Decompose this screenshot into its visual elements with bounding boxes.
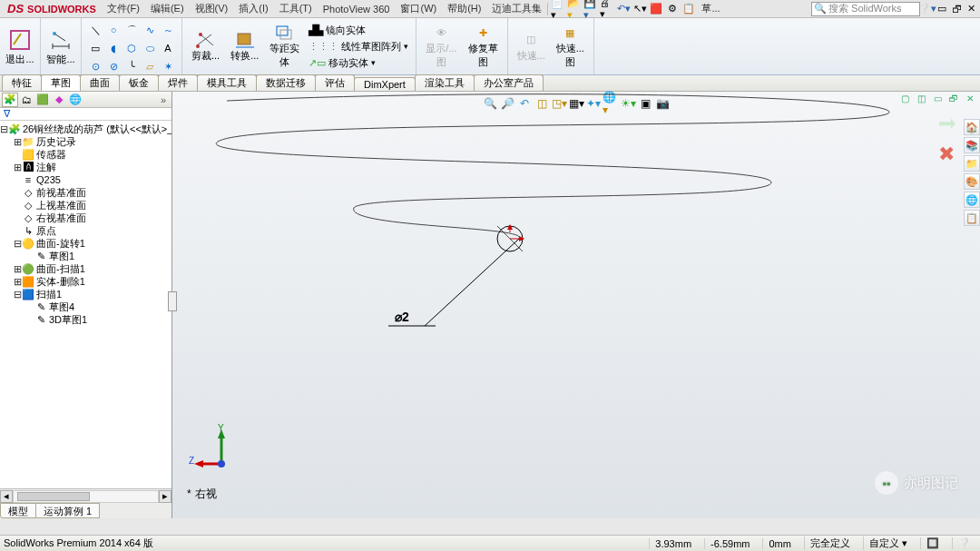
scroll-left-icon[interactable]: ◂	[0, 490, 13, 503]
help-icon[interactable]: ❔▾	[920, 2, 935, 16]
tree-node[interactable]: ⊞🟧实体-删除1	[0, 275, 172, 288]
tree-node[interactable]: ⊞📁历史记录	[0, 135, 172, 148]
print-icon[interactable]: 🖨▾	[600, 2, 614, 16]
spline-tool-icon[interactable]: ∿	[142, 22, 158, 38]
slot-tool-icon[interactable]: ◖	[105, 40, 122, 56]
menu-maidi[interactable]: 迈迪工具集	[486, 0, 547, 17]
spline2-icon[interactable]: ～	[160, 22, 176, 38]
exit-sketch-icon	[7, 27, 33, 53]
tree-scrollbar[interactable]: ◂ ▸	[0, 488, 172, 503]
doctab-3[interactable]: 钣金	[119, 74, 159, 91]
doctab-9[interactable]: 渲染工具	[415, 74, 475, 91]
open-icon[interactable]: 📂▾	[567, 2, 582, 16]
exit-sketch-button[interactable]: 退出...	[4, 20, 36, 73]
move-button[interactable]: ↗▭移动实体▾	[305, 55, 412, 71]
status-units-icon[interactable]: 🔲	[920, 537, 945, 549]
plane-tool-icon[interactable]: ▱	[142, 58, 158, 74]
centerline-icon[interactable]: ⊘	[105, 58, 122, 74]
ellipse-tool-icon[interactable]: ⬭	[142, 40, 158, 56]
point-tool-icon[interactable]: ⊙	[87, 58, 103, 74]
scroll-right-icon[interactable]: ▸	[159, 490, 172, 503]
menu-insert[interactable]: 插入(I)	[233, 0, 273, 17]
tree-node[interactable]: ⊞🟢曲面-扫描1	[0, 262, 172, 275]
mirror-button[interactable]: ▟▙镜向实体	[305, 23, 412, 38]
arc-tool-icon[interactable]: ⌒	[123, 22, 140, 38]
status-help-icon[interactable]: ❔	[952, 537, 976, 549]
search-input[interactable]: 🔍 搜索 SolidWorks	[811, 2, 920, 16]
doctab-1[interactable]: 草图	[41, 74, 81, 91]
tree-node[interactable]: ◇上视基准面	[0, 199, 172, 212]
tree-node[interactable]: ⊞🅰注解	[0, 161, 172, 173]
dimension-label[interactable]: ⌀2	[395, 310, 409, 324]
min-icon[interactable]: ▭	[935, 2, 949, 16]
tree-node[interactable]: ✎草图4	[0, 300, 172, 313]
tree-root[interactable]: ⊟ 🧩 26铜丝绕成的葫芦 (默认<<默认>_显示	[0, 123, 172, 135]
undo-icon[interactable]: ↶▾	[616, 2, 631, 16]
doctab-6[interactable]: 数据迁移	[256, 74, 316, 91]
tree-node[interactable]: ✎草图1	[0, 250, 172, 262]
convert-button[interactable]: 转换...	[225, 20, 264, 73]
select-icon[interactable]: ↖▾	[632, 2, 647, 16]
model-tab-1[interactable]: 运动算例 1	[35, 503, 100, 518]
save-icon[interactable]: 💾▾	[583, 2, 598, 16]
linear-pattern-button[interactable]: ⋮⋮⋮线性草图阵列▾	[305, 39, 412, 54]
quick-button[interactable]: ◫ 快速...	[512, 20, 551, 73]
close-icon[interactable]: ✕	[964, 2, 978, 16]
fm-filter-bar[interactable]: ∇	[0, 108, 172, 121]
tree-item-label: 传感器	[36, 148, 70, 162]
doctab-8[interactable]: DimXpert	[354, 77, 416, 91]
line-tool-icon[interactable]: ＼	[87, 22, 103, 38]
scroll-thumb[interactable]	[17, 492, 90, 501]
fm-expand-button[interactable]: »	[157, 94, 170, 105]
fillet-tool-icon[interactable]: ╰	[123, 58, 140, 74]
options-icon[interactable]: ⚙	[665, 2, 680, 16]
polygon-tool-icon[interactable]: ⬡	[123, 40, 140, 56]
fm-tab-config-icon[interactable]: 🗂	[18, 93, 34, 107]
filter-icon: ∇	[4, 108, 10, 120]
quick-snap-button[interactable]: ▦ 快速... 图	[551, 20, 590, 73]
tree-node[interactable]: ⊟🟡曲面-旋转1	[0, 237, 172, 250]
tree-node[interactable]: 🟨传感器	[0, 148, 172, 161]
display-button[interactable]: 👁 显示/... 图	[420, 20, 462, 73]
max-icon[interactable]: 🗗	[949, 2, 964, 16]
more-tool-icon[interactable]: ✶	[160, 58, 176, 74]
model-tab-0[interactable]: 模型	[0, 503, 36, 518]
rebuild-icon[interactable]: 🟥	[649, 2, 663, 16]
doctab-4[interactable]: 焊件	[158, 74, 198, 91]
menu-edit[interactable]: 编辑(E)	[145, 0, 190, 17]
tree-node[interactable]: ◇前视基准面	[0, 186, 172, 199]
tree-node[interactable]: ✎3D草图1	[0, 313, 172, 326]
repair-button[interactable]: ✚ 修复草 图	[463, 20, 504, 73]
doctab-10[interactable]: 办公室产品	[474, 74, 544, 91]
menu-help[interactable]: 帮助(H)	[442, 0, 486, 17]
watermark: •• 亦明图记	[875, 471, 958, 495]
doctab-2[interactable]: 曲面	[80, 74, 120, 91]
doctab-7[interactable]: 评估	[315, 74, 355, 91]
doctab-5[interactable]: 模具工具	[197, 74, 257, 91]
menu-file[interactable]: 文件(F)	[102, 0, 145, 17]
tree-node[interactable]: ↳原点	[0, 224, 172, 237]
graphics-viewport[interactable]: 🔍 🔎 ↶ ◫ ◳▾ ▦▾ ✦▾ 🌐▾ ☀▾ ▣ 📷 ▢ ◫ ▭ 🗗 ✕ ⮕ ✖…	[172, 92, 980, 518]
fm-tab-property-icon[interactable]: 🟩	[34, 93, 51, 107]
tree-node[interactable]: ⊟🟦扫描1	[0, 288, 172, 300]
tree-node[interactable]: ≡Q235	[0, 173, 172, 186]
trim-button[interactable]: 剪裁...	[186, 20, 225, 73]
menu-tools[interactable]: 工具(T)	[274, 0, 318, 17]
menu-view[interactable]: 视图(V)	[190, 0, 234, 17]
rect-tool-icon[interactable]: ▭	[87, 40, 103, 56]
fm-tab-features-icon[interactable]: 🧩	[2, 93, 18, 107]
text-tool-icon[interactable]: A	[160, 40, 176, 56]
offset-button[interactable]: 等距实 体	[264, 20, 305, 73]
doctab-0[interactable]: 特征	[2, 74, 42, 91]
capture-icon[interactable]: 📋	[681, 2, 696, 16]
circle-tool-icon[interactable]: ○	[105, 22, 122, 38]
fm-tab-render-icon[interactable]: 🌐	[67, 93, 83, 107]
menu-window[interactable]: 窗口(W)	[395, 0, 442, 17]
smart-dimension-button[interactable]: 智能...	[44, 20, 77, 73]
svg-point-19	[218, 460, 225, 467]
status-custom[interactable]: 自定义 ▾	[863, 536, 913, 550]
new-icon[interactable]: 📄▾	[551, 2, 565, 16]
tree-node[interactable]: ◇右视基准面	[0, 212, 172, 224]
fm-tab-display-icon[interactable]: ◆	[51, 93, 67, 107]
menu-photoview[interactable]: PhotoView 360	[318, 2, 396, 16]
